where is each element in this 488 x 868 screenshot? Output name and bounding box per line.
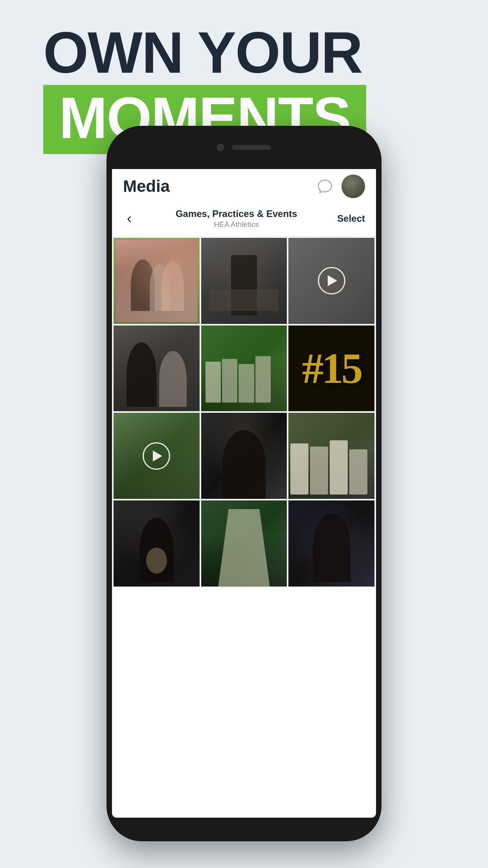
media-item-8[interactable] [201, 413, 287, 499]
sub-header-title: Games, Practices & Events [136, 208, 337, 219]
media-item-10[interactable] [114, 500, 200, 587]
play-triangle-3 [328, 275, 337, 286]
media-item-12[interactable] [288, 500, 374, 587]
speaker-grille [232, 145, 271, 150]
play-triangle-7 [153, 451, 162, 462]
media-item-6[interactable]: #15 [288, 326, 374, 412]
media-item-9[interactable] [288, 413, 374, 499]
back-button[interactable]: ‹ [123, 209, 136, 228]
phone-frame: Media ‹ Games, Practices & Events HEA At… [106, 126, 382, 841]
media-item-2[interactable] [201, 238, 287, 324]
chat-icon[interactable] [316, 178, 334, 195]
media-grid: #15 [112, 236, 376, 588]
media-item-4[interactable] [114, 326, 200, 412]
user-avatar[interactable] [341, 175, 365, 198]
media-item-3[interactable] [288, 238, 374, 324]
media-item-11[interactable] [201, 500, 287, 587]
media-item-7[interactable] [114, 413, 200, 499]
app-title: Media [123, 177, 170, 196]
hero-line1: OWN YOUR [43, 24, 488, 82]
header-icons [316, 175, 365, 198]
play-button-7[interactable] [143, 442, 170, 470]
select-button[interactable]: Select [337, 213, 365, 224]
media-item-1[interactable] [114, 238, 200, 324]
phone-screen: Media ‹ Games, Practices & Events HEA At… [112, 165, 376, 818]
sub-header-center: Games, Practices & Events HEA Athletics [136, 208, 337, 229]
sub-header-subtitle: HEA Athletics [136, 220, 337, 229]
sub-header: ‹ Games, Practices & Events HEA Athletic… [112, 204, 376, 236]
app-header: Media [112, 165, 376, 204]
phone-top-bar [106, 126, 382, 169]
play-button-3[interactable] [318, 267, 345, 294]
media-item-5[interactable] [201, 326, 287, 412]
front-camera [217, 144, 224, 151]
